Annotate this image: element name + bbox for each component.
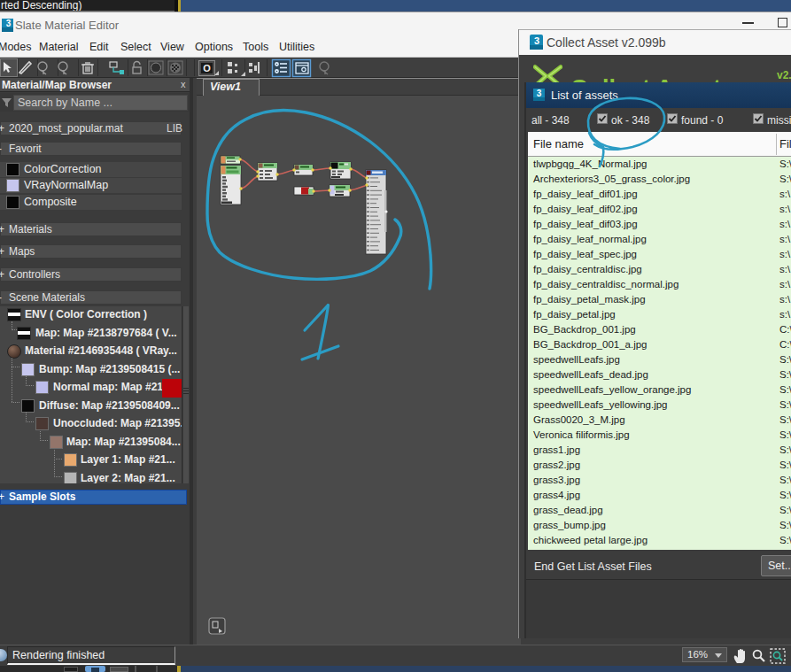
svg-text:O: O	[203, 63, 211, 73]
